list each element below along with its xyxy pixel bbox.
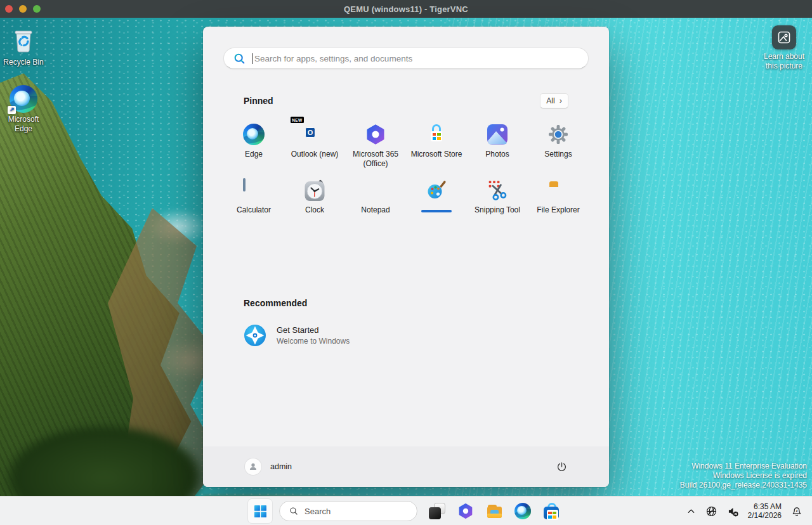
app-label: Outlook (new) [291, 150, 339, 159]
power-button[interactable] [551, 456, 572, 477]
taskbar: Search [0, 496, 812, 525]
microsoft-365-taskbar-button[interactable] [453, 498, 478, 524]
photos-icon [487, 124, 508, 145]
start-search-input[interactable]: Search for apps, settings, and documents [223, 48, 589, 69]
svg-text:z: z [796, 509, 798, 512]
paint-icon [426, 179, 447, 201]
user-account-button[interactable]: admin [245, 458, 292, 475]
app-label-loading-placeholder [421, 210, 452, 212]
outlook-icon: O NEW [304, 124, 325, 145]
pinned-section-title: Pinned [244, 96, 273, 106]
globe-no-internet-icon [705, 505, 718, 518]
shortcut-arrow-icon: ↗ [8, 106, 16, 114]
file-explorer-icon [547, 179, 569, 201]
recommended-item-title: Get Started [277, 325, 350, 335]
picture-info-icon[interactable] [772, 25, 796, 49]
app-tile-paint-loading[interactable] [406, 174, 467, 230]
network-status-button[interactable] [703, 503, 720, 520]
recommended-item-subtitle: Welcome to Windows [277, 337, 350, 346]
search-placeholder: Search for apps, settings, and documents [254, 54, 412, 63]
learn-about-label: Learn about this picture [759, 52, 809, 71]
app-tile-file-explorer[interactable]: File Explorer [528, 174, 589, 230]
microsoft-store-icon [542, 502, 560, 520]
app-tile-photos[interactable]: Photos [467, 119, 528, 174]
app-tile-clock[interactable]: Clock [284, 174, 345, 230]
settings-gear-icon [547, 124, 569, 145]
app-label: Edge [245, 150, 263, 159]
notepad-icon [365, 179, 386, 201]
app-label: Photos [485, 150, 509, 159]
microsoft-store-icon [426, 124, 447, 145]
vnc-titlebar: QEMU (windows11) - TigerVNC [0, 0, 812, 18]
app-label: Calculator [237, 205, 271, 215]
desktop-icon-microsoft-edge[interactable]: ↗ Microsoft Edge [0, 85, 47, 134]
volume-muted-button[interactable] [724, 503, 742, 520]
app-label: Settings [544, 150, 572, 159]
windows-logo-icon [254, 505, 266, 517]
minimize-window-button[interactable] [19, 5, 27, 13]
app-tile-notepad[interactable]: Notepad [345, 174, 406, 230]
notifications-button[interactable]: z [788, 502, 806, 520]
system-tray: 6:35 AM 2/14/2026 z [684, 496, 806, 525]
chevron-right-icon: › [560, 96, 562, 105]
file-explorer-icon [486, 503, 503, 520]
app-label: Microsoft Store [411, 150, 462, 159]
edge-icon [243, 124, 265, 145]
show-hidden-icons-button[interactable] [684, 504, 698, 519]
file-explorer-taskbar-button[interactable] [481, 498, 507, 524]
app-tile-edge[interactable]: Edge [223, 119, 284, 174]
license-watermark: Windows 11 Enterprise Evaluation Windows… [680, 462, 807, 490]
app-label: Clock [305, 205, 324, 215]
edge-taskbar-button[interactable] [510, 498, 535, 524]
clock-icon [304, 179, 325, 201]
microsoft-365-icon [365, 124, 386, 145]
start-menu-footer: admin [203, 446, 609, 487]
clock-date-button[interactable]: 6:35 AM 2/14/2026 [746, 502, 783, 520]
app-label: Notepad [361, 205, 390, 215]
speaker-muted-icon [726, 505, 740, 518]
user-name: admin [270, 462, 292, 471]
app-tile-microsoft-store[interactable]: Microsoft Store [406, 119, 467, 174]
microsoft-store-taskbar-button[interactable] [539, 498, 564, 524]
desktop-icon-label: Microsoft Edge [0, 115, 47, 134]
start-menu: Search for apps, settings, and documents… [203, 27, 609, 487]
app-tile-calculator[interactable]: Calculator [223, 174, 284, 230]
tray-date: 2/14/2026 [748, 511, 782, 520]
app-label: Snipping Tool [475, 205, 520, 215]
recommended-section-title: Recommended [244, 298, 307, 308]
recommended-item-get-started[interactable]: Get Started Welcome to Windows [244, 324, 568, 347]
app-tile-snipping-tool[interactable]: Snipping Tool [467, 174, 528, 230]
app-tile-microsoft-365[interactable]: Microsoft 365 (Office) [345, 119, 406, 174]
search-icon [233, 52, 246, 65]
tray-time: 6:35 AM [748, 502, 782, 511]
recycle-bin-icon [10, 24, 37, 56]
learn-about-picture[interactable]: Learn about this picture [759, 25, 809, 71]
start-button[interactable] [248, 499, 272, 523]
app-tile-outlook-new[interactable]: O NEW Outlook (new) [284, 119, 345, 174]
all-apps-button[interactable]: All › [540, 93, 568, 108]
taskbar-search-label: Search [304, 507, 331, 516]
app-label: Microsoft 365 (Office) [346, 150, 405, 169]
taskbar-search-box[interactable]: Search [279, 501, 417, 521]
edge-icon: ↗ [10, 85, 37, 113]
calculator-icon [243, 179, 265, 201]
task-view-icon [429, 503, 445, 519]
desktop-icon-recycle-bin[interactable]: Recycle Bin [0, 24, 47, 67]
edge-icon [514, 503, 531, 519]
desktop-icon-label: Recycle Bin [3, 58, 43, 67]
zoom-window-button[interactable] [33, 5, 41, 13]
get-started-icon [244, 324, 266, 347]
chevron-up-icon [686, 506, 697, 517]
microsoft-365-icon [457, 503, 474, 519]
snipping-tool-icon [487, 179, 508, 201]
pinned-apps-grid: Edge O NEW Outlook (new) Microsoft 3 [223, 119, 589, 230]
license-line: Windows 11 Enterprise Evaluation [680, 462, 807, 471]
text-caret [252, 53, 253, 64]
task-view-button[interactable] [424, 498, 450, 524]
all-apps-label: All [546, 96, 554, 105]
bell-do-not-disturb-icon: z [790, 504, 804, 518]
search-icon [289, 506, 299, 516]
app-label: File Explorer [537, 205, 579, 215]
close-window-button[interactable] [5, 5, 13, 13]
app-tile-settings[interactable]: Settings [528, 119, 589, 174]
